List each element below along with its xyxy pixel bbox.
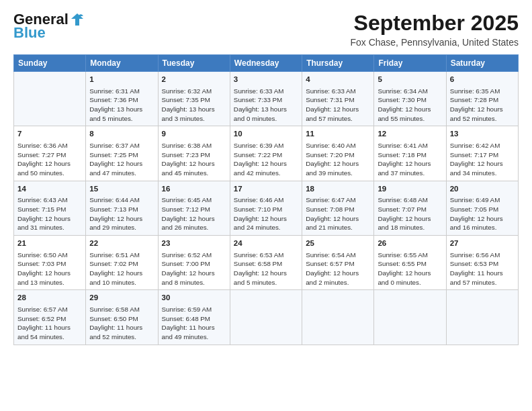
month-title: September 2025	[350, 11, 519, 36]
week-row-2: 7Sunrise: 6:36 AM Sunset: 7:27 PM Daylig…	[14, 126, 519, 181]
logo: General Blue	[13, 11, 85, 42]
day-number: 7	[17, 129, 82, 140]
header-saturday: Saturday	[446, 55, 518, 72]
day-number: 23	[162, 238, 226, 249]
calendar-cell: 3Sunrise: 6:33 AM Sunset: 7:33 PM Daylig…	[230, 72, 302, 126]
title-block: September 2025 Fox Chase, Pennsylvania, …	[350, 11, 519, 48]
logo-bird-icon	[70, 12, 85, 27]
calendar-cell: 7Sunrise: 6:36 AM Sunset: 7:27 PM Daylig…	[14, 126, 86, 181]
day-number: 12	[378, 129, 442, 140]
calendar-cell: 18Sunrise: 6:47 AM Sunset: 7:08 PM Dayli…	[302, 181, 374, 235]
calendar-cell: 15Sunrise: 6:44 AM Sunset: 7:13 PM Dayli…	[86, 181, 158, 235]
calendar-cell: 30Sunrise: 6:59 AM Sunset: 6:48 PM Dayli…	[158, 290, 230, 345]
cell-content: Sunrise: 6:39 AM Sunset: 7:22 PM Dayligh…	[234, 141, 298, 178]
calendar-cell: 23Sunrise: 6:52 AM Sunset: 7:00 PM Dayli…	[158, 235, 230, 289]
day-number: 8	[89, 129, 154, 140]
cell-content: Sunrise: 6:48 AM Sunset: 7:07 PM Dayligh…	[378, 195, 442, 232]
cell-content: Sunrise: 6:52 AM Sunset: 7:00 PM Dayligh…	[162, 250, 226, 287]
calendar-cell: 13Sunrise: 6:42 AM Sunset: 7:17 PM Dayli…	[446, 126, 518, 181]
header-sunday: Sunday	[14, 55, 86, 72]
logo-blue: Blue	[13, 24, 46, 42]
calendar-cell	[230, 290, 302, 345]
day-number: 11	[306, 129, 370, 140]
location: Fox Chase, Pennsylvania, United States	[350, 37, 519, 48]
day-number: 1	[89, 75, 154, 85]
cell-content: Sunrise: 6:43 AM Sunset: 7:15 PM Dayligh…	[17, 195, 82, 232]
cell-content: Sunrise: 6:54 AM Sunset: 6:57 PM Dayligh…	[306, 250, 370, 287]
header-tuesday: Tuesday	[158, 55, 230, 72]
day-number: 26	[378, 238, 442, 249]
cell-content: Sunrise: 6:56 AM Sunset: 6:53 PM Dayligh…	[450, 250, 515, 287]
cell-content: Sunrise: 6:36 AM Sunset: 7:27 PM Dayligh…	[17, 141, 82, 178]
calendar-cell: 25Sunrise: 6:54 AM Sunset: 6:57 PM Dayli…	[302, 235, 374, 289]
day-number: 27	[450, 238, 515, 249]
calendar-table: SundayMondayTuesdayWednesdayThursdayFrid…	[13, 54, 519, 345]
day-number: 21	[17, 238, 82, 249]
header-friday: Friday	[374, 55, 446, 72]
cell-content: Sunrise: 6:53 AM Sunset: 6:58 PM Dayligh…	[234, 250, 298, 287]
cell-content: Sunrise: 6:59 AM Sunset: 6:48 PM Dayligh…	[162, 305, 226, 342]
cell-content: Sunrise: 6:33 AM Sunset: 7:33 PM Dayligh…	[234, 87, 298, 124]
calendar-cell: 4Sunrise: 6:33 AM Sunset: 7:31 PM Daylig…	[302, 72, 374, 126]
calendar-cell	[446, 290, 518, 345]
calendar-cell: 2Sunrise: 6:32 AM Sunset: 7:35 PM Daylig…	[158, 72, 230, 126]
cell-content: Sunrise: 6:33 AM Sunset: 7:31 PM Dayligh…	[306, 87, 370, 124]
calendar-cell: 14Sunrise: 6:43 AM Sunset: 7:15 PM Dayli…	[14, 181, 86, 235]
calendar-cell: 20Sunrise: 6:49 AM Sunset: 7:05 PM Dayli…	[446, 181, 518, 235]
header-wednesday: Wednesday	[230, 55, 302, 72]
cell-content: Sunrise: 6:57 AM Sunset: 6:52 PM Dayligh…	[17, 305, 82, 342]
calendar-cell: 26Sunrise: 6:55 AM Sunset: 6:55 PM Dayli…	[374, 235, 446, 289]
calendar-cell: 6Sunrise: 6:35 AM Sunset: 7:28 PM Daylig…	[446, 72, 518, 126]
day-number: 6	[450, 75, 515, 85]
cell-content: Sunrise: 6:37 AM Sunset: 7:25 PM Dayligh…	[89, 141, 154, 178]
day-number: 17	[234, 184, 298, 195]
calendar-cell: 24Sunrise: 6:53 AM Sunset: 6:58 PM Dayli…	[230, 235, 302, 289]
cell-content: Sunrise: 6:50 AM Sunset: 7:03 PM Dayligh…	[17, 250, 82, 287]
day-number: 2	[162, 75, 226, 85]
calendar-cell: 8Sunrise: 6:37 AM Sunset: 7:25 PM Daylig…	[86, 126, 158, 181]
day-number: 9	[162, 129, 226, 140]
cell-content: Sunrise: 6:58 AM Sunset: 6:50 PM Dayligh…	[89, 305, 154, 342]
week-row-3: 14Sunrise: 6:43 AM Sunset: 7:15 PM Dayli…	[14, 181, 519, 235]
calendar-cell: 5Sunrise: 6:34 AM Sunset: 7:30 PM Daylig…	[374, 72, 446, 126]
cell-content: Sunrise: 6:47 AM Sunset: 7:08 PM Dayligh…	[306, 195, 370, 232]
cell-content: Sunrise: 6:44 AM Sunset: 7:13 PM Dayligh…	[89, 195, 154, 232]
calendar-cell: 12Sunrise: 6:41 AM Sunset: 7:18 PM Dayli…	[374, 126, 446, 181]
calendar-cell: 9Sunrise: 6:38 AM Sunset: 7:23 PM Daylig…	[158, 126, 230, 181]
cell-content: Sunrise: 6:35 AM Sunset: 7:28 PM Dayligh…	[450, 87, 515, 124]
day-number: 15	[89, 184, 154, 195]
calendar-cell: 21Sunrise: 6:50 AM Sunset: 7:03 PM Dayli…	[14, 235, 86, 289]
cell-content: Sunrise: 6:34 AM Sunset: 7:30 PM Dayligh…	[378, 87, 442, 124]
day-number: 19	[378, 184, 442, 195]
day-number: 30	[162, 293, 226, 304]
day-number: 10	[234, 129, 298, 140]
cell-content: Sunrise: 6:38 AM Sunset: 7:23 PM Dayligh…	[162, 141, 226, 178]
day-number: 25	[306, 238, 370, 249]
calendar-cell: 16Sunrise: 6:45 AM Sunset: 7:12 PM Dayli…	[158, 181, 230, 235]
day-number: 29	[89, 293, 154, 304]
day-number: 14	[17, 184, 82, 195]
calendar-cell: 11Sunrise: 6:40 AM Sunset: 7:20 PM Dayli…	[302, 126, 374, 181]
cell-content: Sunrise: 6:40 AM Sunset: 7:20 PM Dayligh…	[306, 141, 370, 178]
calendar-cell	[374, 290, 446, 345]
calendar-cell	[302, 290, 374, 345]
day-number: 3	[234, 75, 298, 85]
cell-content: Sunrise: 6:46 AM Sunset: 7:10 PM Dayligh…	[234, 195, 298, 232]
cell-content: Sunrise: 6:41 AM Sunset: 7:18 PM Dayligh…	[378, 141, 442, 178]
calendar-cell: 1Sunrise: 6:31 AM Sunset: 7:36 PM Daylig…	[86, 72, 158, 126]
cell-content: Sunrise: 6:32 AM Sunset: 7:35 PM Dayligh…	[162, 87, 226, 124]
day-number: 24	[234, 238, 298, 249]
day-number: 5	[378, 75, 442, 85]
week-row-4: 21Sunrise: 6:50 AM Sunset: 7:03 PM Dayli…	[14, 235, 519, 289]
day-number: 16	[162, 184, 226, 195]
header-thursday: Thursday	[302, 55, 374, 72]
header-row: SundayMondayTuesdayWednesdayThursdayFrid…	[14, 55, 519, 72]
cell-content: Sunrise: 6:45 AM Sunset: 7:12 PM Dayligh…	[162, 195, 226, 232]
cell-content: Sunrise: 6:49 AM Sunset: 7:05 PM Dayligh…	[450, 195, 515, 232]
calendar-cell: 29Sunrise: 6:58 AM Sunset: 6:50 PM Dayli…	[86, 290, 158, 345]
day-number: 22	[89, 238, 154, 249]
week-row-5: 28Sunrise: 6:57 AM Sunset: 6:52 PM Dayli…	[14, 290, 519, 345]
calendar-cell: 17Sunrise: 6:46 AM Sunset: 7:10 PM Dayli…	[230, 181, 302, 235]
calendar-cell: 19Sunrise: 6:48 AM Sunset: 7:07 PM Dayli…	[374, 181, 446, 235]
cell-content: Sunrise: 6:31 AM Sunset: 7:36 PM Dayligh…	[89, 87, 154, 124]
